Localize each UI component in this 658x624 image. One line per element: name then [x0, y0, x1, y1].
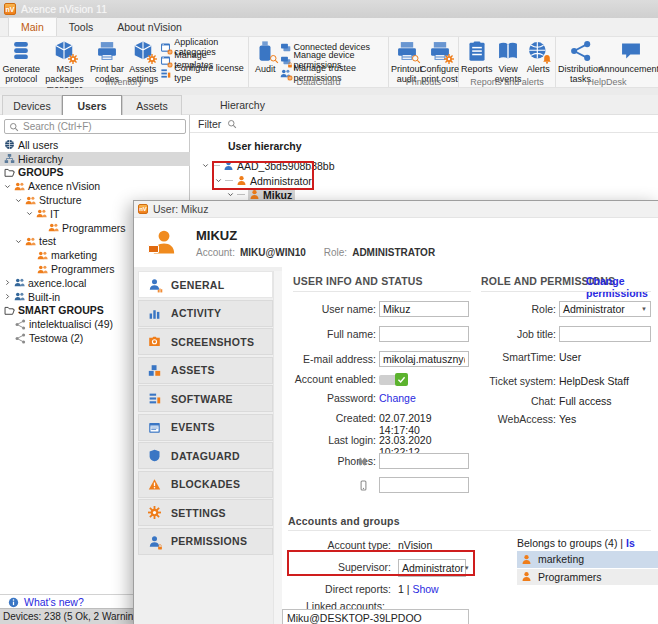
chat-label: Chat:: [452, 395, 556, 407]
role-dropdown[interactable]: Administrator▼: [559, 301, 651, 317]
gear-badge-icon: [68, 54, 78, 64]
ribbon-group-inventory: Generate protocol MSI packages manager P…: [0, 37, 249, 87]
ribbon-tab-about[interactable]: About nVision: [105, 18, 194, 36]
printer-icon: [96, 40, 118, 62]
chevron-down-icon[interactable]: [215, 177, 222, 184]
menu-item-general[interactable]: GENERAL: [138, 271, 273, 298]
supervisor-dropdown[interactable]: Administrator▼: [398, 559, 466, 577]
user-lock-icon: [148, 535, 161, 548]
menu-item-dataguard[interactable]: DATAGUARD: [138, 442, 273, 469]
ribbon-group-printouts: Printout audit Configure print cost Prin…: [389, 37, 459, 87]
group-row-marketing[interactable]: marketing: [517, 551, 658, 568]
menu-item-permissions[interactable]: PERMISSIONS: [138, 528, 273, 555]
sidebar-item-hierarchy[interactable]: Hierarchy: [0, 152, 190, 166]
domain-group-icon: [14, 277, 25, 288]
chevron-down-icon[interactable]: [202, 162, 209, 169]
msi-packages-icon: [53, 40, 75, 62]
menu-item-events[interactable]: EVENTS: [138, 414, 273, 441]
printout-audit-icon: [396, 40, 418, 62]
filter-row[interactable]: Filter: [190, 115, 658, 133]
ribbon-gap: [0, 88, 658, 95]
announcements-icon: [620, 40, 642, 62]
chevron-down-icon[interactable]: [15, 238, 22, 245]
group-icon: [25, 195, 36, 206]
group-icon: [37, 264, 48, 275]
show-direct-reports-link[interactable]: Show: [412, 583, 438, 595]
menu-item-screenshots[interactable]: SCREENSHOTS: [138, 328, 273, 355]
menu-item-assets[interactable]: ASSETS: [138, 357, 273, 384]
tab-devices[interactable]: Devices: [2, 95, 62, 115]
account-type-value: nVision: [398, 539, 432, 551]
mobile-input[interactable]: [379, 477, 469, 493]
reports-group-label: Reports and alerts: [459, 77, 555, 87]
shield-icon: [148, 449, 161, 462]
hierarchy-panel-title: Hierarchy: [220, 99, 265, 111]
webaccess-value: Yes: [559, 413, 576, 425]
change-permissions-link[interactable]: Change permissions: [586, 275, 658, 299]
audit-icon: [254, 40, 276, 62]
chevron-right-icon[interactable]: [4, 279, 11, 286]
chevron-right-icon[interactable]: [4, 293, 11, 300]
webaccess-label: WebAccess:: [452, 413, 556, 425]
menu-item-blockades[interactable]: BLOCKADES: [138, 471, 273, 498]
domain-group-icon: [14, 291, 25, 302]
group-icon: [521, 571, 532, 582]
user-meta: Account: MIKU@WIN10 Role: ADMINISTRATOR: [196, 247, 435, 258]
smart-group-icon: [15, 319, 26, 330]
group-icon: [14, 181, 25, 192]
ribbon-tab-main[interactable]: Main: [8, 17, 57, 36]
menu-item-settings[interactable]: SETTINGS: [138, 499, 273, 526]
application-categories-icon: [160, 42, 171, 53]
magnifier-badge-icon: [411, 54, 421, 64]
group-row-programmers[interactable]: Programmers: [517, 569, 658, 586]
hierarchy-node-administrator[interactable]: Administrator: [215, 174, 312, 187]
gear-icon: [148, 506, 161, 519]
menu-item-activity[interactable]: ACTIVITY: [138, 300, 273, 327]
user-dialog: nV User: Mikuz MIKUZ Account: MIKU@WIN10…: [133, 200, 658, 624]
direct-reports-label: Direct reports:: [282, 583, 391, 595]
ribbon-group-reports: Reports View events Alerts Reports and a…: [459, 37, 556, 87]
magnifier-badge-icon: [269, 54, 279, 64]
sidebar-item-all-users[interactable]: All users: [0, 138, 190, 152]
helpdesk-group-label: HelpDesk: [556, 77, 658, 87]
direct-reports-value: 1 | Show: [398, 583, 439, 595]
hierarchy-node-aad[interactable]: AAD_3bd5908b38bb: [202, 159, 335, 172]
filter-input[interactable]: [243, 118, 658, 129]
user-info-section-title: USER INFO AND STATUS: [293, 275, 423, 287]
tab-users[interactable]: Users: [62, 95, 122, 115]
sidebar-item-groups[interactable]: GROUPS: [0, 166, 190, 180]
chevron-down-icon[interactable]: [15, 197, 22, 204]
tab-assets[interactable]: Assets: [122, 95, 182, 115]
audit-button[interactable]: Audit: [251, 39, 280, 74]
tree-item-axence-nvision[interactable]: Axence nVision: [0, 179, 190, 193]
linked-accounts-list[interactable]: Miku@DESKTOP-39LPDOO: [282, 609, 469, 624]
info-icon: [8, 597, 19, 608]
linked-account-item[interactable]: Miku@DESKTOP-39LPDOO: [283, 610, 468, 624]
dialog-scrollbar[interactable]: [273, 271, 282, 624]
group-icon: [48, 222, 59, 233]
search-input[interactable]: [23, 121, 181, 132]
account-label: Account:: [196, 247, 235, 258]
bell-badge-icon: [542, 54, 552, 64]
alerts-button[interactable]: Alerts: [524, 39, 553, 74]
ribbon: Generate protocol MSI packages manager P…: [0, 37, 658, 88]
ribbon-tab-tools[interactable]: Tools: [57, 18, 106, 36]
folder-icon: [4, 305, 15, 316]
user-icon: [223, 160, 234, 171]
dialog-user-header: MIKUZ Account: MIKU@WIN10 Role: ADMINIST…: [134, 218, 658, 267]
role-value: ADMINISTRATOR: [352, 247, 435, 258]
chevron-down-icon[interactable]: [227, 191, 234, 198]
phone-input[interactable]: [379, 453, 469, 469]
announcements-button[interactable]: Announcements: [603, 39, 658, 74]
chevron-down-icon[interactable]: [26, 210, 33, 217]
search-box[interactable]: [4, 119, 186, 134]
reports-button[interactable]: Reports: [461, 39, 493, 74]
account-value: MIKU@WIN10: [240, 247, 306, 258]
chevron-down-icon: ▼: [641, 306, 647, 312]
chevron-down-icon[interactable]: [4, 183, 11, 190]
dialog-titlebar[interactable]: nV User: Mikuz: [134, 201, 658, 218]
smarttime-value: User: [559, 351, 581, 363]
generate-protocol-icon: [10, 40, 32, 62]
menu-item-software[interactable]: SOFTWARE: [138, 385, 273, 412]
job-title-input[interactable]: [559, 326, 651, 342]
